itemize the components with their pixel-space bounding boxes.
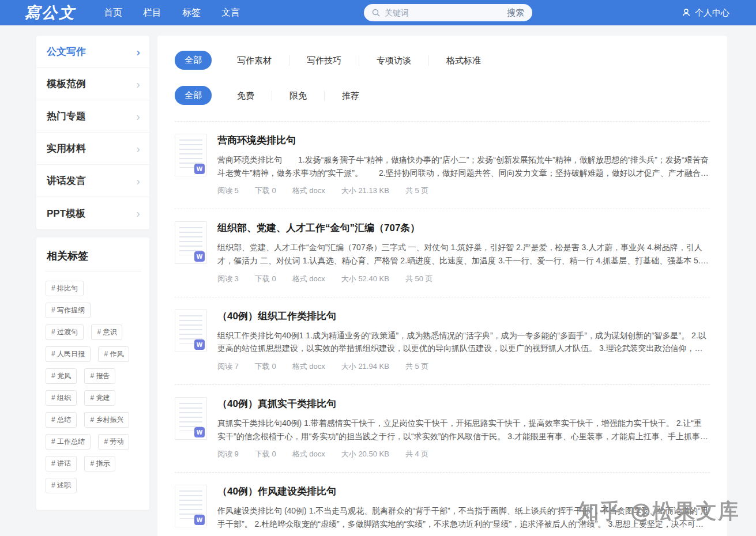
sidebar-item-label: PPT模板 xyxy=(47,207,85,220)
nav-classical[interactable]: 文言 xyxy=(221,7,240,19)
tag-chip[interactable]: # 作风 xyxy=(98,346,129,362)
tag-chip[interactable]: # 意识 xyxy=(91,324,122,340)
meta-reads: 阅读 3 xyxy=(217,274,239,284)
article-excerpt: 营商环境类排比句 1.发扬“服务孺子牛”精神，做痛快办事的“店小二”；发扬“创新… xyxy=(217,153,710,179)
article-excerpt: 真抓实干类排比句40例) 1.带着感情实干快干，立足岗位实干快干，开拓思路实干快… xyxy=(217,417,710,443)
meta-reads: 阅读 7 xyxy=(217,361,239,372)
filter-category-all[interactable]: 全部 xyxy=(175,51,212,70)
doc-thumbnail: W xyxy=(175,309,207,352)
nav-tags[interactable]: 标签 xyxy=(182,7,201,19)
article-title[interactable]: 营商环境类排比句 xyxy=(217,134,710,147)
article-body: 营商环境类排比句 营商环境类排比句 1.发扬“服务孺子牛”精神，做痛快办事的“店… xyxy=(217,134,710,196)
tag-chip[interactable]: # 组织 xyxy=(46,390,77,406)
article-title[interactable]: 组织部、党建、人才工作“金句”汇编（707条） xyxy=(217,221,710,235)
chevron-right-icon: › xyxy=(136,143,140,154)
filter-category-special-interviews[interactable]: 专项访谈 xyxy=(359,55,428,66)
tag-chip[interactable]: # 工作总结 xyxy=(46,434,91,450)
article-excerpt: 作风建设类排比句 (40例) 1.不当走马观花、脱离群众的“背手干部”，不当指手… xyxy=(217,504,710,530)
article-excerpt: 组织工作类排比句40例1 1.成为精通业务的“政策通”，成为熟悉情况的“活字典”… xyxy=(217,329,710,355)
sidebar-menu-card: 公文写作 › 模板范例 › 热门专题 › 实用材料 › 讲话发言 › PPT模板… xyxy=(36,36,149,229)
search-button[interactable]: 搜索 xyxy=(507,7,524,18)
filter-category-format-standards[interactable]: 格式标准 xyxy=(428,55,498,66)
tag-chip[interactable]: # 乡村振兴 xyxy=(84,412,129,428)
article-body: （40例）组织工作类排比句 组织工作类排比句40例1 1.成为精通业务的“政策通… xyxy=(217,309,710,372)
meta-downloads: 下载 0 xyxy=(255,274,276,284)
meta-format: 格式 docx xyxy=(292,274,325,284)
tag-chip[interactable]: # 总结 xyxy=(46,412,77,428)
tag-chip[interactable]: # 党建 xyxy=(84,390,115,406)
word-doc-icon: W xyxy=(194,339,205,350)
tag-chip[interactable]: # 人民日报 xyxy=(46,346,91,362)
article-item[interactable]: W （40例）真抓实干类排比句 真抓实干类排比句40例) 1.带着感情实干快干，… xyxy=(175,384,710,472)
tag-chip[interactable]: # 劳动 xyxy=(98,434,129,450)
sidebar-item-speeches[interactable]: 讲话发言 › xyxy=(36,165,149,197)
filter-type-limited-free[interactable]: 限免 xyxy=(272,90,324,101)
tag-chip[interactable]: # 报告 xyxy=(84,368,115,384)
chevron-right-icon: › xyxy=(136,207,140,219)
filter-type-free[interactable]: 免费 xyxy=(220,90,272,101)
tag-chip[interactable]: # 述职 xyxy=(46,478,77,493)
user-center-label: 个人中心 xyxy=(695,7,729,18)
word-doc-icon: W xyxy=(194,251,205,262)
tag-chip[interactable]: # 党风 xyxy=(46,368,77,384)
doc-thumbnail: W xyxy=(175,221,207,264)
tag-chip[interactable]: # 指示 xyxy=(84,456,115,471)
article-item[interactable]: W 营商环境类排比句 营商环境类排比句 1.发扬“服务孺子牛”精神，做痛快办事的… xyxy=(175,121,710,209)
article-title[interactable]: （40例）组织工作类排比句 xyxy=(217,309,710,323)
nav-home[interactable]: 首页 xyxy=(104,7,122,19)
search-input[interactable] xyxy=(385,8,507,17)
related-tags-title: 相关标签 xyxy=(46,246,141,271)
doc-thumbnail: W xyxy=(175,134,207,176)
sidebar-item-hot-topics[interactable]: 热门专题 › xyxy=(36,100,149,133)
article-meta: 阅读 9 下载 0 格式 docx 大小 20.50 KB 共 4 页 xyxy=(217,449,710,459)
chevron-right-icon: › xyxy=(136,78,140,90)
filter-type-all[interactable]: 全部 xyxy=(175,86,212,105)
doc-thumbnail: W xyxy=(175,397,207,440)
sidebar-item-document-writing[interactable]: 公文写作 › xyxy=(36,36,149,68)
tag-chip[interactable]: # 过渡句 xyxy=(46,324,84,340)
meta-size: 大小 52.40 KB xyxy=(341,274,389,284)
filter-type-recommended[interactable]: 推荐 xyxy=(324,90,377,101)
site-logo[interactable]: 寫公文 xyxy=(24,2,76,23)
meta-reads: 阅读 5 xyxy=(217,186,239,196)
article-item[interactable]: W （40例）作风建设类排比句 作风建设类排比句 (40例) 1.不当走马观花、… xyxy=(175,472,710,536)
user-icon xyxy=(682,8,691,17)
related-tags-card: 相关标签 # 排比句 # 写作提纲 # 过渡句 # 意识 # 人民日报 # 作风… xyxy=(36,237,149,510)
sidebar-item-templates[interactable]: 模板范例 › xyxy=(36,68,149,100)
tag-chip[interactable]: # 讲话 xyxy=(46,456,77,471)
article-item[interactable]: W 组织部、党建、人才工作“金句”汇编（707条） 组织部、党建、人才工作“金句… xyxy=(175,209,710,296)
nav-columns[interactable]: 栏目 xyxy=(143,7,161,19)
search-icon xyxy=(372,9,380,17)
meta-pages: 共 50 页 xyxy=(405,274,433,284)
word-doc-icon: W xyxy=(194,164,205,174)
sidebar-item-practical-materials[interactable]: 实用材料 › xyxy=(36,133,149,165)
meta-downloads: 下载 0 xyxy=(255,449,276,459)
tag-chip[interactable]: # 写作提纲 xyxy=(46,303,91,318)
meta-pages: 共 5 页 xyxy=(405,361,428,372)
meta-size: 大小 21.13 KB xyxy=(341,186,389,196)
doc-thumbnail: W xyxy=(175,485,207,527)
article-body: （40例）真抓实干类排比句 真抓实干类排比句40例) 1.带着感情实干快干，立足… xyxy=(217,397,710,459)
article-excerpt: 组织部、党建、人才工作“金句”汇编（707条）三字式 一、对仗句 1.筑好巢，引… xyxy=(217,241,710,267)
sidebar-item-ppt-templates[interactable]: PPT模板 › xyxy=(36,197,149,229)
filter-category-writing-materials[interactable]: 写作素材 xyxy=(220,55,289,66)
primary-nav: 首页 栏目 标签 文言 xyxy=(104,7,240,19)
article-meta: 阅读 5 下载 0 格式 docx 大小 21.13 KB 共 5 页 xyxy=(217,186,710,196)
article-item[interactable]: W （40例）组织工作类排比句 组织工作类排比句40例1 1.成为精通业务的“政… xyxy=(175,297,710,384)
tag-list: # 排比句 # 写作提纲 # 过渡句 # 意识 # 人民日报 # 作风 # 党风… xyxy=(46,281,141,500)
article-title[interactable]: （40例）作风建设类排比句 xyxy=(217,485,710,498)
meta-format: 格式 docx xyxy=(292,186,325,196)
page-content: 公文写作 › 模板范例 › 热门专题 › 实用材料 › 讲话发言 › PPT模板… xyxy=(0,25,756,536)
meta-downloads: 下载 0 xyxy=(255,186,276,196)
article-body: 组织部、党建、人才工作“金句”汇编（707条） 组织部、党建、人才工作“金句”汇… xyxy=(217,221,710,284)
tag-chip[interactable]: # 排比句 xyxy=(46,281,84,296)
top-navigation-bar: 寫公文 首页 栏目 标签 文言 搜索 个人中心 xyxy=(0,0,756,25)
sidebar-item-label: 讲话发言 xyxy=(47,174,86,187)
main-content-card: 全部 写作素材 写作技巧 专项访谈 格式标准 全部 免费 限免 推荐 W 营商环… xyxy=(157,36,727,536)
user-center[interactable]: 个人中心 xyxy=(682,7,729,18)
meta-pages: 共 4 页 xyxy=(405,449,428,459)
search-box[interactable]: 搜索 xyxy=(364,4,532,21)
sidebar-item-label: 公文写作 xyxy=(47,45,86,58)
article-title[interactable]: （40例）真抓实干类排比句 xyxy=(217,397,710,410)
filter-category-writing-skills[interactable]: 写作技巧 xyxy=(289,55,359,66)
